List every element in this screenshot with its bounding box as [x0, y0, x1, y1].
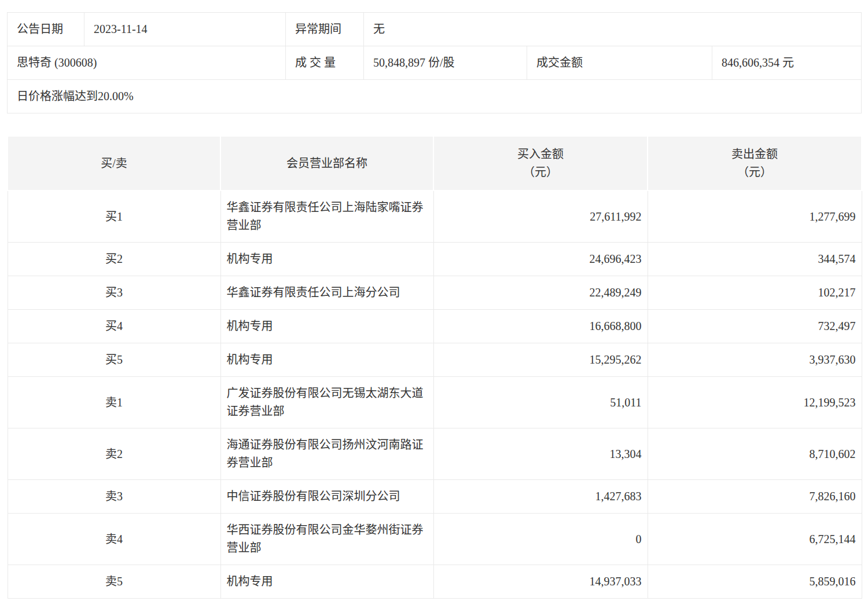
header-sell-amount-line2: （元）: [654, 163, 855, 181]
buy-amount-cell: 22,489,249: [433, 276, 648, 310]
sell-amount-cell: 6,725,144: [648, 514, 862, 565]
buy-amount-cell: 51,011: [433, 377, 648, 428]
broker-name-cell: 中信证券股份有限公司深圳分公司: [220, 480, 433, 514]
info-row-2: 思特奇 (300608) 成 交 量 50,848,897 份/股 成交金额 8…: [8, 46, 862, 80]
announce-date-label: 公告日期: [8, 13, 84, 46]
table-row: 卖2海通证券股份有限公司扬州汶河南路证券营业部13,3048,710,602: [8, 428, 862, 480]
buy-amount-cell: 16,668,800: [433, 310, 648, 343]
header-broker: 会员营业部名称: [220, 136, 433, 190]
sell-amount-cell: 1,277,699: [648, 190, 862, 243]
sell-amount-cell: 344,574: [648, 243, 862, 276]
broker-name-cell: 机构专用: [220, 565, 433, 599]
header-buy-amount-line2: （元）: [440, 163, 641, 181]
side-cell: 买4: [8, 310, 220, 343]
side-cell: 卖3: [8, 480, 220, 514]
table-row: 买4机构专用16,668,800732,497: [8, 310, 862, 343]
turnover-label: 成交金额: [527, 46, 712, 80]
broker-name-cell: 海通证券股份有限公司扬州汶河南路证券营业部: [220, 428, 433, 480]
header-sell-amount-line1: 卖出金额: [654, 145, 855, 163]
side-cell: 卖1: [8, 377, 220, 428]
buy-amount-cell: 24,696,423: [433, 243, 648, 276]
broker-name-cell: 华鑫证券有限责任公司上海分公司: [220, 276, 433, 310]
sell-amount-cell: 3,937,630: [648, 343, 862, 377]
broker-name-cell: 广发证券股份有限公司无锡太湖东大道证券营业部: [220, 377, 433, 428]
sell-amount-cell: 732,497: [648, 310, 862, 343]
table-row: 卖3中信证券股份有限公司深圳分公司1,427,6837,826,160: [8, 480, 862, 514]
header-side: 买/卖: [8, 136, 220, 190]
volume-value: 50,848,897 份/股: [364, 46, 527, 80]
buy-amount-cell: 14,937,033: [433, 565, 648, 599]
side-cell: 买3: [8, 276, 220, 310]
sell-amount-cell: 8,710,602: [648, 428, 862, 480]
sell-amount-cell: 7,826,160: [648, 480, 862, 514]
abnormal-period-value: 无: [364, 13, 862, 46]
stock-info-block: 公告日期 2023-11-14 异常期间 无 思特奇 (300608) 成 交 …: [7, 12, 862, 113]
broker-name-cell: 华鑫证券有限责任公司上海陆家嘴证券营业部: [220, 190, 433, 243]
side-cell: 卖4: [8, 514, 220, 565]
stock-name: 思特奇 (300608): [8, 46, 286, 80]
table-row: 买1华鑫证券有限责任公司上海陆家嘴证券营业部27,611,9921,277,69…: [8, 190, 862, 243]
table-header-row: 买/卖 会员营业部名称 买入金额 （元） 卖出金额 （元）: [8, 136, 862, 190]
side-cell: 买2: [8, 243, 220, 276]
info-row-1: 公告日期 2023-11-14 异常期间 无: [8, 13, 862, 46]
table-row: 买3华鑫证券有限责任公司上海分公司22,489,249102,217: [8, 276, 862, 310]
buy-amount-cell: 0: [433, 514, 648, 565]
info-row-3: 日价格涨幅达到20.00%: [8, 80, 862, 113]
header-sell-amount: 卖出金额 （元）: [648, 136, 862, 190]
broker-name-cell: 机构专用: [220, 243, 433, 276]
buy-amount-cell: 1,427,683: [433, 480, 648, 514]
abnormal-reason: 日价格涨幅达到20.00%: [8, 80, 862, 113]
side-cell: 买1: [8, 190, 220, 243]
broker-name-cell: 华西证券股份有限公司金华婺州街证券营业部: [220, 514, 433, 565]
page: 公告日期 2023-11-14 异常期间 无 思特奇 (300608) 成 交 …: [0, 0, 868, 599]
volume-label: 成 交 量: [286, 46, 364, 80]
turnover-value: 846,606,354 元: [712, 46, 862, 80]
abnormal-period-label: 异常期间: [286, 13, 364, 46]
table-row: 卖1广发证券股份有限公司无锡太湖东大道证券营业部51,01112,199,523: [8, 377, 862, 428]
table-row: 买5机构专用15,295,2623,937,630: [8, 343, 862, 377]
sell-amount-cell: 12,199,523: [648, 377, 862, 428]
table-row: 卖5机构专用14,937,0335,859,016: [8, 565, 862, 599]
table-row: 买2机构专用24,696,423344,574: [8, 243, 862, 276]
broker-table: 买/卖 会员营业部名称 买入金额 （元） 卖出金额 （元） 买1华鑫证券有限责任…: [7, 135, 862, 599]
sell-amount-cell: 102,217: [648, 276, 862, 310]
header-buy-amount-line1: 买入金额: [440, 145, 641, 163]
header-buy-amount: 买入金额 （元）: [433, 136, 648, 190]
sell-amount-cell: 5,859,016: [648, 565, 862, 599]
broker-name-cell: 机构专用: [220, 310, 433, 343]
table-body: 买1华鑫证券有限责任公司上海陆家嘴证券营业部27,611,9921,277,69…: [8, 190, 862, 599]
broker-name-cell: 机构专用: [220, 343, 433, 377]
side-cell: 买5: [8, 343, 220, 377]
table-row: 卖4华西证券股份有限公司金华婺州街证券营业部06,725,144: [8, 514, 862, 565]
announce-date-value: 2023-11-14: [84, 13, 286, 46]
buy-amount-cell: 15,295,262: [433, 343, 648, 377]
side-cell: 卖2: [8, 428, 220, 480]
buy-amount-cell: 13,304: [433, 428, 648, 480]
buy-amount-cell: 27,611,992: [433, 190, 648, 243]
side-cell: 卖5: [8, 565, 220, 599]
